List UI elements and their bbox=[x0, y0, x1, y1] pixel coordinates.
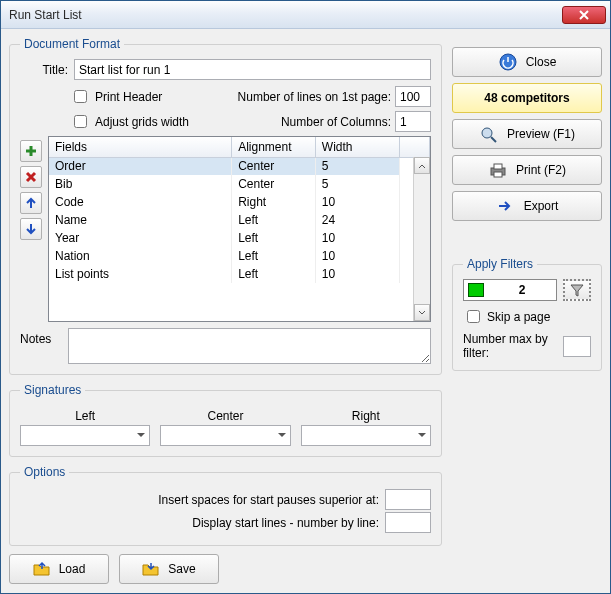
table-cell: 10 bbox=[315, 247, 399, 265]
table-cell: Center bbox=[232, 175, 316, 193]
filter-badge[interactable]: 2 bbox=[463, 279, 557, 301]
filter-count: 2 bbox=[488, 283, 556, 297]
display-lines-input[interactable] bbox=[385, 512, 431, 533]
svg-point-1 bbox=[482, 128, 492, 138]
apply-filters-legend: Apply Filters bbox=[463, 257, 537, 271]
filter-max-input[interactable] bbox=[563, 336, 591, 357]
table-row[interactable]: NameLeft24 bbox=[49, 211, 430, 229]
delete-row-button[interactable] bbox=[20, 166, 42, 188]
col-fields[interactable]: Fields bbox=[49, 137, 232, 157]
sig-center-label: Center bbox=[207, 409, 243, 423]
table-cell: Left bbox=[232, 247, 316, 265]
title-input[interactable] bbox=[74, 59, 431, 80]
options-legend: Options bbox=[20, 465, 69, 479]
window-title: Run Start List bbox=[9, 8, 562, 22]
chevron-down-icon bbox=[418, 309, 426, 317]
export-label: Export bbox=[524, 199, 559, 213]
x-icon bbox=[24, 170, 38, 184]
col-width[interactable]: Width bbox=[315, 137, 399, 157]
signatures-group: Signatures Left Center Right bbox=[9, 383, 442, 457]
insert-spaces-input[interactable] bbox=[385, 489, 431, 510]
table-cell: List points bbox=[49, 265, 232, 283]
sig-left-label: Left bbox=[75, 409, 95, 423]
filter-settings-button[interactable] bbox=[563, 279, 591, 301]
apply-filters-group: Apply Filters 2 bbox=[452, 257, 602, 371]
col-alignment[interactable]: Alignment bbox=[232, 137, 316, 157]
run-start-list-window: Run Start List Document Format Title: Pr… bbox=[0, 0, 611, 594]
load-button[interactable]: Load bbox=[9, 554, 109, 584]
move-up-button[interactable] bbox=[20, 192, 42, 214]
table-cell: 10 bbox=[315, 265, 399, 283]
print-header-label: Print Header bbox=[95, 90, 162, 104]
magnifier-icon bbox=[479, 125, 499, 143]
skip-page-checkbox[interactable] bbox=[467, 310, 480, 323]
save-button[interactable]: Save bbox=[119, 554, 219, 584]
fields-table[interactable]: Fields Alignment Width OrderCenter5BibCe… bbox=[48, 136, 431, 322]
arrow-down-icon bbox=[24, 222, 38, 236]
table-row[interactable]: CodeRight10 bbox=[49, 193, 430, 211]
scroll-down-button[interactable] bbox=[414, 304, 430, 321]
save-label: Save bbox=[168, 562, 195, 576]
table-cell: Name bbox=[49, 211, 232, 229]
print-button[interactable]: Print (F2) bbox=[452, 155, 602, 185]
export-icon bbox=[496, 198, 516, 214]
sig-right-combo[interactable] bbox=[301, 425, 431, 446]
add-row-button[interactable] bbox=[20, 140, 42, 162]
table-cell: Code bbox=[49, 193, 232, 211]
load-label: Load bbox=[59, 562, 86, 576]
table-row[interactable]: OrderCenter5 bbox=[49, 157, 430, 175]
filter-max-label: Number max by filter: bbox=[463, 332, 559, 360]
print-header-checkbox[interactable] bbox=[74, 90, 87, 103]
table-cell: Center bbox=[232, 157, 316, 175]
table-scrollbar[interactable] bbox=[413, 157, 430, 321]
titlebar: Run Start List bbox=[1, 1, 610, 29]
notes-input[interactable] bbox=[68, 328, 431, 364]
table-row[interactable]: NationLeft10 bbox=[49, 247, 430, 265]
table-cell: Left bbox=[232, 265, 316, 283]
folder-open-icon bbox=[33, 561, 51, 577]
arrow-up-icon bbox=[24, 196, 38, 210]
competitors-button[interactable]: 48 competitors bbox=[452, 83, 602, 113]
col-scroll bbox=[399, 137, 429, 157]
title-label: Title: bbox=[20, 63, 68, 77]
table-cell: Order bbox=[49, 157, 232, 175]
window-close-button[interactable] bbox=[562, 6, 606, 24]
adjust-grids-label: Adjust grids width bbox=[95, 115, 189, 129]
document-format-legend: Document Format bbox=[20, 37, 124, 51]
close-icon bbox=[579, 10, 589, 20]
table-cell: Right bbox=[232, 193, 316, 211]
options-group: Options Insert spaces for start pauses s… bbox=[9, 465, 442, 546]
table-cell: Bib bbox=[49, 175, 232, 193]
table-cell: 10 bbox=[315, 229, 399, 247]
table-cell: Nation bbox=[49, 247, 232, 265]
svg-rect-4 bbox=[494, 172, 502, 177]
close-button[interactable]: Close bbox=[452, 47, 602, 77]
move-down-button[interactable] bbox=[20, 218, 42, 240]
preview-label: Preview (F1) bbox=[507, 127, 575, 141]
table-cell: 5 bbox=[315, 175, 399, 193]
notes-label: Notes bbox=[20, 332, 68, 364]
lines-first-page-input[interactable] bbox=[395, 86, 431, 107]
export-button[interactable]: Export bbox=[452, 191, 602, 221]
document-format-group: Document Format Title: Print Header Numb… bbox=[9, 37, 442, 375]
table-row[interactable]: List pointsLeft10 bbox=[49, 265, 430, 283]
adjust-grids-checkbox[interactable] bbox=[74, 115, 87, 128]
svg-rect-3 bbox=[494, 164, 502, 169]
sig-center-combo[interactable] bbox=[160, 425, 290, 446]
table-row[interactable]: YearLeft10 bbox=[49, 229, 430, 247]
table-cell: Left bbox=[232, 211, 316, 229]
table-row[interactable]: BibCenter5 bbox=[49, 175, 430, 193]
preview-button[interactable]: Preview (F1) bbox=[452, 119, 602, 149]
num-columns-label: Number of Columns: bbox=[281, 115, 391, 129]
filter-color-swatch bbox=[468, 283, 484, 297]
table-cell: Left bbox=[232, 229, 316, 247]
funnel-icon bbox=[569, 283, 585, 297]
table-cell: 10 bbox=[315, 193, 399, 211]
scroll-up-button[interactable] bbox=[414, 157, 430, 174]
folder-save-icon bbox=[142, 561, 160, 577]
skip-page-label: Skip a page bbox=[487, 310, 550, 324]
sig-left-combo[interactable] bbox=[20, 425, 150, 446]
sig-right-label: Right bbox=[352, 409, 380, 423]
close-label: Close bbox=[526, 55, 557, 69]
num-columns-input[interactable] bbox=[395, 111, 431, 132]
